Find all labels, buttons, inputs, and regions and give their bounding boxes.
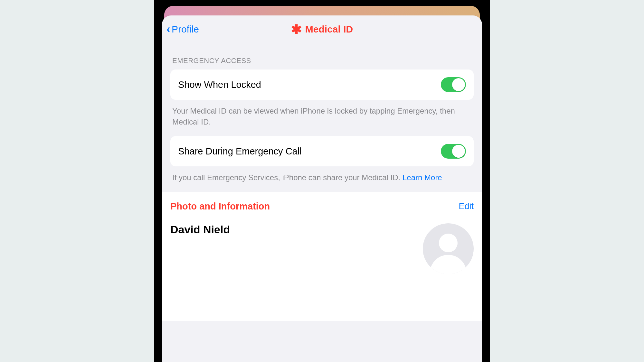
- emergency-access-header: EMERGENCY ACCESS: [170, 43, 474, 70]
- share-during-call-label: Share During Emergency Call: [178, 146, 302, 157]
- share-footer-text: If you call Emergency Services, iPhone c…: [172, 173, 402, 182]
- share-during-call-toggle[interactable]: [441, 144, 466, 159]
- back-button[interactable]: ‹ Profile: [166, 15, 199, 43]
- person-name: David Nield: [170, 223, 230, 236]
- phone-frame: ‹ Profile ✱ Medical ID EMERGENCY ACCESS …: [154, 0, 490, 362]
- edit-button[interactable]: Edit: [459, 201, 474, 211]
- photo-info-header: Photo and Information: [170, 201, 270, 212]
- photo-info-section: Photo and Information Edit David Nield: [162, 192, 482, 321]
- medical-asterisk-icon: ✱: [291, 23, 302, 36]
- page-title: ✱ Medical ID: [291, 23, 353, 36]
- show-when-locked-toggle[interactable]: [441, 77, 466, 92]
- show-when-locked-footer: Your Medical ID can be viewed when iPhon…: [170, 100, 474, 136]
- avatar-placeholder-icon: [423, 223, 474, 274]
- share-during-call-row: Share During Emergency Call: [170, 136, 474, 166]
- modal-sheet: ‹ Profile ✱ Medical ID EMERGENCY ACCESS …: [162, 15, 482, 362]
- title-text: Medical ID: [305, 24, 353, 35]
- show-when-locked-label: Show When Locked: [178, 79, 261, 90]
- navigation-bar: ‹ Profile ✱ Medical ID: [162, 15, 482, 43]
- share-during-call-footer: If you call Emergency Services, iPhone c…: [170, 166, 474, 192]
- learn-more-link[interactable]: Learn More: [402, 173, 442, 182]
- chevron-left-icon: ‹: [166, 23, 170, 35]
- show-when-locked-row: Show When Locked: [170, 70, 474, 100]
- back-label: Profile: [172, 24, 199, 35]
